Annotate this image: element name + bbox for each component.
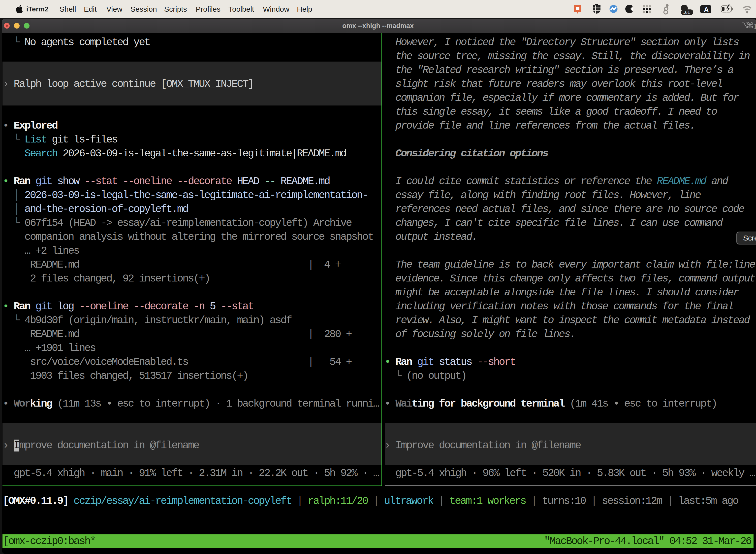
svg-text:1: 1 bbox=[753, 22, 756, 31]
svg-text:..61: ..61 bbox=[683, 10, 690, 15]
svg-text:A: A bbox=[704, 6, 709, 13]
